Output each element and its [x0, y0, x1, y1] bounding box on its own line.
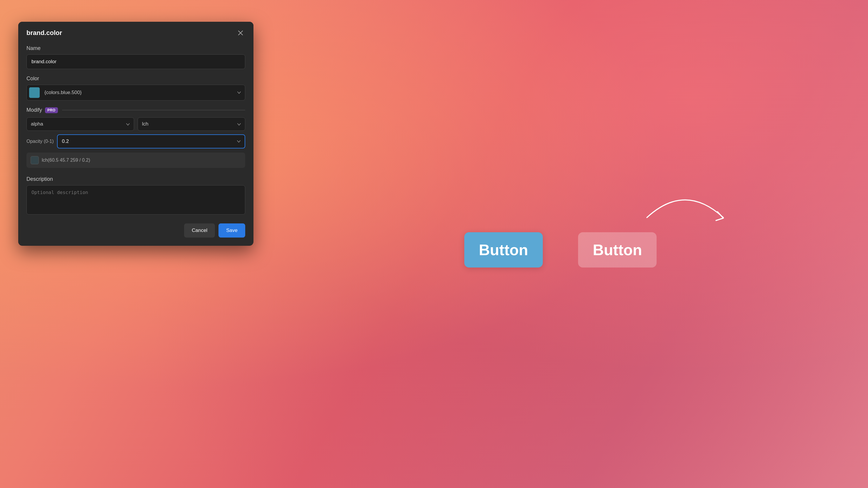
color-dialog: brand.color Name Color	[18, 22, 253, 246]
description-label: Description	[27, 176, 245, 182]
preview-button-ghost[interactable]: Button	[578, 232, 657, 267]
name-label: Name	[27, 45, 245, 52]
color-label: Color	[27, 75, 245, 82]
alpha-select-value: alpha	[31, 121, 43, 127]
modify-row: Modify PRO	[27, 107, 245, 113]
cancel-button[interactable]: Cancel	[184, 223, 215, 237]
close-button[interactable]	[236, 28, 245, 38]
preview-value: lch(60.5 45.7 259 / 0.2)	[42, 158, 90, 163]
description-textarea[interactable]	[27, 185, 245, 215]
preview-area: Button Button	[253, 0, 868, 488]
lch-dropdown-icon	[237, 122, 241, 126]
opacity-input-wrapper	[57, 134, 245, 149]
color-value-input[interactable]	[42, 86, 233, 100]
dialog-body: Name Color Modify PRO	[18, 43, 253, 176]
opacity-input[interactable]	[58, 135, 233, 148]
name-input[interactable]	[27, 54, 245, 69]
preview-swatch	[31, 156, 39, 164]
color-row	[27, 85, 245, 101]
select-row: alpha lch	[27, 117, 245, 131]
dialog-header: brand.color	[18, 22, 253, 43]
color-swatch	[29, 87, 40, 98]
opacity-label: Opacity (0-1)	[27, 139, 54, 144]
modify-divider	[62, 110, 245, 110]
pro-badge: PRO	[45, 107, 58, 113]
name-field-group: Name	[27, 45, 245, 69]
dialog-title: brand.color	[27, 29, 62, 37]
opacity-dropdown-arrow[interactable]	[233, 140, 245, 142]
dialog-footer: Cancel Save	[18, 218, 253, 246]
color-dropdown-arrow[interactable]	[233, 91, 245, 94]
lch-select[interactable]: lch	[137, 117, 245, 131]
alpha-dropdown-icon	[126, 122, 130, 126]
alpha-select[interactable]: alpha	[27, 117, 134, 131]
description-section: Description	[18, 176, 253, 218]
color-field-group: Color	[27, 75, 245, 101]
lch-select-value: lch	[142, 121, 149, 127]
save-button[interactable]: Save	[218, 223, 245, 237]
modify-label: Modify	[27, 107, 42, 113]
preview-row: lch(60.5 45.7 259 / 0.2)	[27, 153, 245, 168]
curved-arrow	[629, 179, 741, 226]
preview-buttons: Button Button	[464, 232, 657, 267]
opacity-row: Opacity (0-1)	[27, 134, 245, 149]
preview-button-solid[interactable]: Button	[464, 232, 543, 267]
